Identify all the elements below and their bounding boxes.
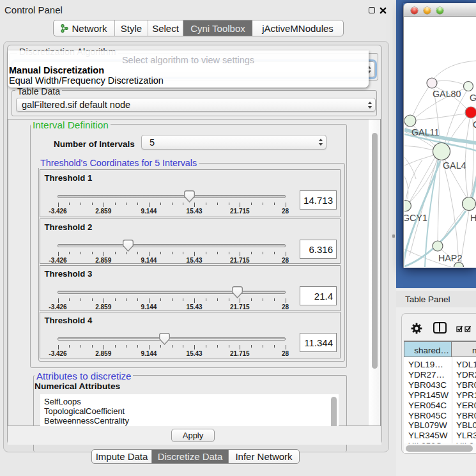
svg-text:GA: GA [470, 93, 476, 103]
svg-text:H: H [470, 213, 476, 223]
svg-text:GAL80: GAL80 [433, 89, 461, 99]
svg-text:GAL4: GAL4 [443, 160, 466, 171]
svg-text:GCY1: GCY1 [404, 213, 427, 223]
svg-text:C: C [473, 119, 476, 130]
svg-text:HAP2: HAP2 [438, 253, 462, 263]
svg-text:GAL11: GAL11 [411, 127, 439, 137]
